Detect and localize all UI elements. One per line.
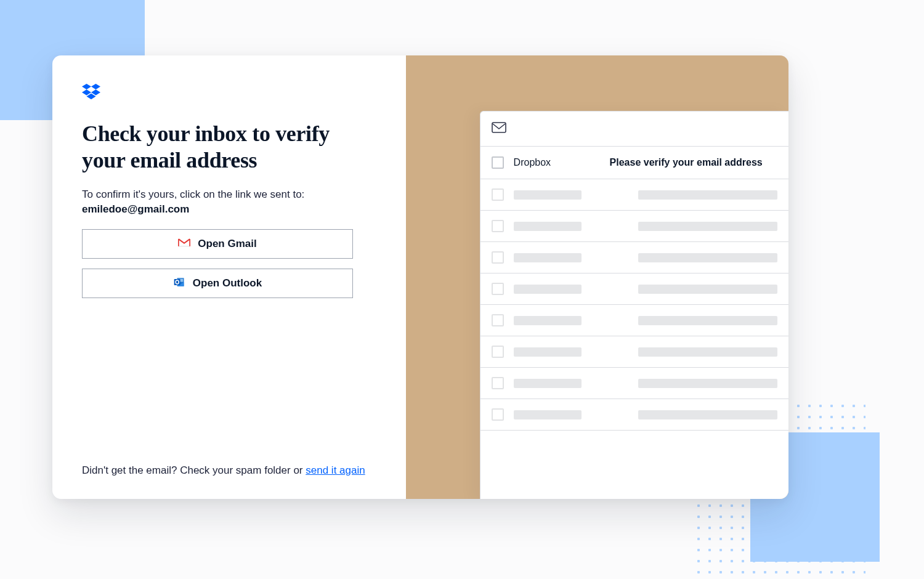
left-pane: Check your inbox to verify your email ad…: [52, 55, 406, 499]
resend-hint: Didn't get the email? Check your spam fo…: [82, 464, 376, 477]
placeholder-bar: [638, 222, 777, 231]
open-gmail-button[interactable]: Open Gmail: [82, 229, 353, 259]
checkbox-icon: [492, 346, 504, 358]
inbox-ghost-row: [480, 336, 788, 368]
placeholder-bar: [638, 410, 777, 419]
resend-link[interactable]: send it again: [306, 464, 365, 476]
mail-icon: [492, 122, 506, 136]
inbox-sender: Dropbox: [514, 157, 600, 168]
inbox-ghost-row: [480, 399, 788, 431]
inbox-subject: Please verify your email address: [610, 157, 777, 168]
placeholder-bar: [638, 316, 777, 325]
inbox-ghost-row: [480, 368, 788, 399]
checkbox-icon: [492, 220, 504, 232]
checkbox-icon: [492, 251, 504, 264]
svg-rect-5: [178, 239, 179, 246]
lead-text: To confirm it's yours, click on the link…: [82, 188, 376, 201]
svg-marker-1: [91, 84, 100, 89]
placeholder-bar: [638, 379, 777, 388]
inbox-ghost-row: [480, 211, 788, 242]
dropbox-logo-icon: [82, 83, 376, 103]
placeholder-bar: [514, 410, 582, 419]
placeholder-bar: [514, 190, 582, 200]
svg-rect-11: [492, 123, 506, 132]
placeholder-bar: [638, 347, 777, 357]
svg-marker-0: [82, 84, 91, 89]
placeholder-bar: [638, 285, 777, 294]
checkbox-icon: [492, 314, 504, 326]
page-heading: Check your inbox to verify your email ad…: [82, 121, 341, 174]
checkbox-icon: [492, 377, 504, 389]
resend-hint-prefix: Didn't get the email? Check your spam fo…: [82, 464, 306, 476]
placeholder-bar: [514, 379, 582, 388]
inbox-preview: Dropbox Please verify your email address: [480, 111, 788, 499]
checkbox-icon: [492, 408, 504, 421]
inbox-ghost-row: [480, 305, 788, 336]
verify-email-card: Check your inbox to verify your email ad…: [52, 55, 788, 499]
recipient-email: emiledoe@gmail.com: [82, 203, 376, 216]
gmail-icon: [178, 237, 190, 252]
placeholder-bar: [514, 316, 582, 325]
inbox-ghost-row: [480, 273, 788, 305]
placeholder-bar: [638, 190, 777, 200]
placeholder-bar: [638, 253, 777, 262]
inbox-ghost-row: [480, 242, 788, 273]
checkbox-icon: [492, 283, 504, 295]
open-gmail-label: Open Gmail: [198, 238, 256, 250]
placeholder-bar: [514, 285, 582, 294]
inbox-ghost-row: [480, 179, 788, 211]
right-pane: Dropbox Please verify your email address: [406, 55, 788, 499]
inbox-header: [480, 111, 788, 147]
svg-rect-6: [190, 239, 191, 246]
inbox-row-dropbox: Dropbox Please verify your email address: [480, 147, 788, 179]
open-outlook-button[interactable]: Open Outlook: [82, 269, 353, 298]
checkbox-icon: [492, 188, 504, 201]
placeholder-bar: [514, 253, 582, 262]
open-outlook-label: Open Outlook: [193, 277, 262, 290]
checkbox-icon: [492, 156, 504, 169]
outlook-icon: [173, 276, 185, 291]
placeholder-bar: [514, 347, 582, 357]
placeholder-bar: [514, 222, 582, 231]
